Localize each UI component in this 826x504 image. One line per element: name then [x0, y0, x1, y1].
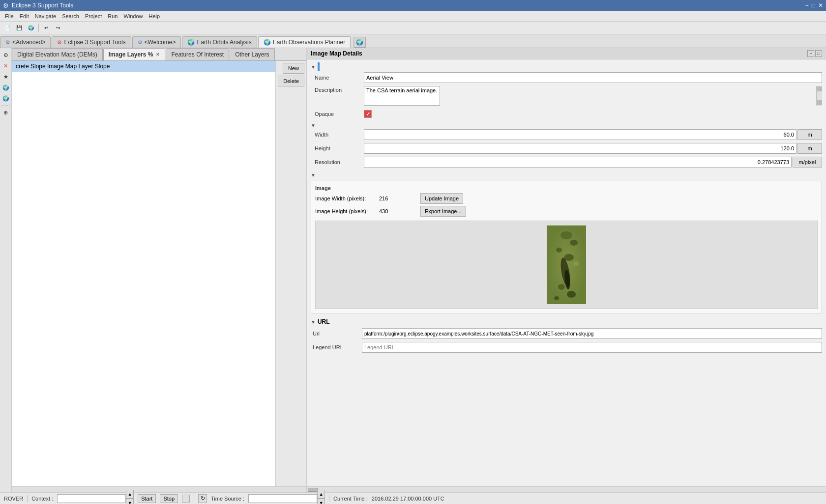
- url-input[interactable]: [362, 328, 822, 339]
- menu-run[interactable]: Run: [105, 12, 120, 20]
- bottom-spacer: [311, 356, 822, 365]
- resolution-input[interactable]: [364, 157, 792, 168]
- menu-edit[interactable]: Edit: [17, 12, 32, 20]
- refresh-btn[interactable]: ↻: [198, 494, 207, 503]
- nav-tab-planner[interactable]: 🌍 Earth Observations Planner: [258, 36, 351, 48]
- svg-point-3: [570, 240, 578, 246]
- nav-tab-planner-label: Earth Observations Planner: [273, 39, 345, 46]
- nav-tab-orbits[interactable]: 🌍 Earth Orbits Analysis: [182, 36, 257, 48]
- panel-tabs: Digital Elevation Maps (DEMs) Image Laye…: [12, 48, 306, 61]
- toolbar-globe-btn[interactable]: 🌍: [26, 23, 36, 33]
- toolbar-undo-btn[interactable]: ↩: [41, 23, 52, 33]
- section-2-arrow: ▼: [311, 123, 316, 128]
- sidebar-icon-plus[interactable]: ⊕: [1, 108, 11, 117]
- close-btn[interactable]: ✕: [818, 2, 823, 9]
- sidebar-icon-1[interactable]: ⚙: [1, 50, 11, 60]
- time-source-input[interactable]: [248, 494, 317, 503]
- nav-tab-welcome[interactable]: ⚙ <Welcome>: [132, 36, 181, 48]
- nav-extra-tab[interactable]: 🌍: [354, 36, 366, 48]
- opaque-row: Opaque: [311, 110, 822, 118]
- url-section-header[interactable]: ▼ URL: [311, 317, 822, 326]
- width-row: Width m: [311, 129, 822, 140]
- stop-button[interactable]: Stop: [160, 494, 178, 503]
- opaque-checkbox[interactable]: [364, 110, 372, 118]
- minimize-btn[interactable]: −: [805, 2, 809, 9]
- toolbar-save-btn[interactable]: 💾: [14, 23, 25, 33]
- nav-tab-advanced-label: <Advanced>: [12, 39, 45, 46]
- width-label: Width: [315, 132, 364, 138]
- status-icon-box[interactable]: [182, 495, 190, 503]
- width-unit-btn[interactable]: m: [797, 129, 822, 140]
- section-2-header[interactable]: ▼: [311, 122, 822, 129]
- description-textarea[interactable]: The CSA terrain aerial image.: [364, 86, 440, 106]
- context-input[interactable]: [57, 494, 126, 503]
- section-3-arrow: ▼: [311, 172, 316, 178]
- svg-point-4: [556, 248, 562, 252]
- panel-tab-dem[interactable]: Digital Elevation Maps (DEMs): [12, 48, 103, 60]
- time-source-down-btn[interactable]: ▼: [317, 499, 325, 504]
- menu-navigate[interactable]: Navigate: [32, 12, 59, 20]
- menu-bar: File Edit Navigate Search Project Run Wi…: [0, 11, 826, 22]
- new-button[interactable]: New: [283, 63, 304, 74]
- resolution-unit-btn[interactable]: m/pixel: [793, 157, 822, 168]
- nav-tab-eclipse[interactable]: ⚙ Eclipse 3 Support Tools: [52, 36, 131, 48]
- menu-search[interactable]: Search: [59, 12, 82, 20]
- time-source-label: Time Source :: [211, 496, 244, 502]
- opaque-label: Opaque: [315, 111, 364, 117]
- section-3-header[interactable]: ▼: [311, 171, 822, 179]
- menu-help[interactable]: Help: [146, 12, 163, 20]
- height-label: Height: [315, 145, 364, 151]
- sidebar-icon-2[interactable]: ✕: [1, 61, 11, 71]
- desc-scroll-up[interactable]: [817, 86, 822, 91]
- panel-tab-image-layers-close[interactable]: ✕: [156, 52, 160, 57]
- time-source-up-btn[interactable]: ▲: [317, 490, 325, 499]
- sidebar-icon-earth1[interactable]: 🌍: [1, 83, 11, 92]
- left-panel: Digital Elevation Maps (DEMs) Image Laye…: [12, 48, 307, 492]
- export-image-btn[interactable]: Export Image...: [420, 206, 466, 217]
- panel-minimize-btn[interactable]: −: [807, 50, 814, 57]
- panel-tab-other[interactable]: Other Layers: [230, 48, 274, 60]
- resolution-row: Resolution m/pixel: [311, 157, 822, 168]
- description-label: Description: [315, 86, 364, 93]
- list-with-actions: crete Slope Image Map Layer Slope New De…: [12, 61, 306, 486]
- context-up-btn[interactable]: ▲: [126, 490, 134, 499]
- menu-file[interactable]: File: [2, 12, 17, 20]
- section-1-header[interactable]: ▼: [311, 61, 822, 72]
- sidebar-icon-earth2[interactable]: 🌍: [1, 93, 11, 103]
- menu-window[interactable]: Window: [120, 12, 146, 20]
- menu-project[interactable]: Project: [82, 12, 105, 20]
- status-sep-1: [27, 495, 28, 502]
- legend-url-row: Legend URL: [311, 342, 822, 353]
- start-button[interactable]: Start: [138, 494, 156, 503]
- image-height-label: Image Height (pixels):: [315, 208, 379, 214]
- width-input[interactable]: [364, 129, 796, 140]
- svg-point-2: [560, 231, 572, 239]
- image-width-row: Image Width (pixels): 216 Update Image: [315, 193, 818, 204]
- right-panel-scroll[interactable]: ▼ Name Description The CSA terrain aeria…: [307, 59, 826, 486]
- panel-restore-btn[interactable]: □: [815, 50, 822, 57]
- context-down-btn[interactable]: ▼: [126, 499, 134, 504]
- title-bar: ⚙ Eclipse 3 Support Tools − □ ✕: [0, 0, 826, 11]
- nav-tab-advanced[interactable]: ⚙ <Advanced>: [0, 36, 51, 48]
- url-row: Url: [311, 328, 822, 339]
- name-row: Name: [311, 72, 822, 83]
- toolbar-redo-btn[interactable]: ↪: [53, 23, 63, 33]
- maximize-btn[interactable]: □: [812, 2, 815, 9]
- legend-url-input[interactable]: [362, 342, 822, 353]
- toolbar-new-btn[interactable]: 📄: [2, 23, 13, 33]
- name-input[interactable]: [364, 72, 822, 83]
- sidebar-icon-star[interactable]: ★: [1, 72, 11, 82]
- status-bar: ROVER Context : ▲ ▼ Start Stop ↻ Time So…: [0, 492, 826, 504]
- svg-point-11: [573, 261, 579, 266]
- update-image-btn[interactable]: Update Image: [420, 193, 463, 204]
- height-unit-btn[interactable]: m: [797, 143, 822, 154]
- list-item-0[interactable]: crete Slope Image Map Layer Slope: [12, 61, 275, 72]
- panel-tab-image-layers[interactable]: Image Layers % ✕: [103, 48, 166, 60]
- right-panel-hscrollbar[interactable]: [307, 486, 826, 492]
- delete-button[interactable]: Delete: [278, 76, 304, 86]
- main-container: ⚙ ✕ ★ 🌍 🌍 ⊕ Digital Elevation Maps (DEMs…: [0, 48, 826, 492]
- height-input[interactable]: [364, 143, 796, 154]
- panel-tab-features[interactable]: Features Of Interest: [166, 48, 229, 60]
- desc-scroll-down[interactable]: [817, 100, 822, 105]
- svg-point-8: [558, 284, 565, 290]
